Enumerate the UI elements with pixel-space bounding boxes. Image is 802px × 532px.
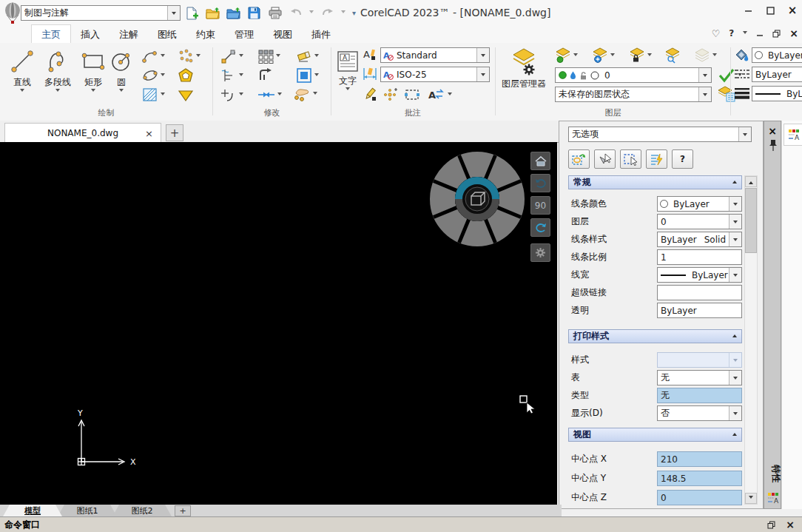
line-color-select[interactable]: ByLayer: [657, 196, 742, 212]
properties-palette-tab[interactable]: A: [784, 124, 802, 146]
arc-button[interactable]: [142, 49, 165, 64]
window-close-button[interactable]: ×: [787, 6, 798, 15]
hatch-button[interactable]: [142, 87, 165, 102]
collapse-print-style-icon[interactable]: [732, 332, 737, 337]
layer-isolate-button[interactable]: [664, 47, 681, 64]
line-style-select[interactable]: ByLayerSolid: [657, 232, 742, 247]
section-header-print-style[interactable]: 打印样式: [568, 329, 742, 343]
help-button[interactable]: ?: [729, 28, 734, 38]
wipeout-button[interactable]: [178, 89, 194, 102]
tab-insert[interactable]: 插入: [71, 25, 109, 45]
doc-minimize-button[interactable]: [756, 30, 764, 37]
tab-constraints[interactable]: 约束: [186, 25, 225, 45]
arc-dropdown-arrow[interactable]: [161, 54, 165, 59]
tab-addins[interactable]: 插件: [302, 25, 340, 45]
redo-button[interactable]: [320, 6, 334, 20]
layer-select[interactable]: 0: [657, 214, 742, 229]
redo-dropdown-arrow[interactable]: [341, 10, 346, 16]
stretch-dropdown-arrow[interactable]: [239, 54, 243, 59]
transparency-input[interactable]: ByLayer: [657, 303, 742, 318]
polygon-button[interactable]: [178, 68, 194, 83]
dimension-style-button[interactable]: [363, 67, 377, 81]
quick-select-button[interactable]: [646, 149, 667, 169]
annotation-frame-button[interactable]: [404, 87, 420, 102]
tab-sheet[interactable]: 图纸: [148, 25, 186, 45]
add-sheet-button[interactable]: +: [175, 505, 191, 516]
select-entities-button[interactable]: [568, 149, 590, 169]
tab-annotate[interactable]: 注解: [109, 25, 148, 45]
open-file-button[interactable]: [206, 6, 220, 20]
palette-pin-icon[interactable]: [769, 139, 778, 152]
text-style-select[interactable]: A Standard: [380, 47, 490, 63]
polyline-button[interactable]: 多段线: [40, 47, 75, 94]
point-dropdown-arrow[interactable]: [196, 54, 200, 59]
command-window-restore-button[interactable]: [767, 521, 775, 529]
command-window-close-button[interactable]: ×: [786, 519, 795, 531]
undo-button[interactable]: [289, 6, 303, 20]
circle-button[interactable]: 圆: [108, 47, 135, 94]
collapse-view-icon[interactable]: [732, 431, 737, 436]
selection-filter-select[interactable]: 无选项: [568, 127, 752, 142]
text-convert-dropdown-arrow[interactable]: [448, 92, 452, 98]
document-tab-close-icon[interactable]: ×: [145, 128, 153, 139]
wheel-settings-button[interactable]: [530, 243, 550, 262]
trim-dropdown-arrow[interactable]: [239, 73, 243, 78]
select-add-button[interactable]: [594, 149, 616, 169]
workspace-selector[interactable]: 制图与注解: [21, 5, 181, 21]
entity-linestyle-select[interactable]: ByLayer: [752, 67, 802, 82]
edit-grips-button[interactable]: [293, 86, 317, 102]
palette-close-button[interactable]: ×: [764, 125, 781, 137]
delete-button[interactable]: [296, 49, 319, 64]
line-button[interactable]: 直线: [6, 47, 38, 94]
layer-state-select[interactable]: 未保存的图层状态: [555, 87, 712, 102]
window-maximize-button[interactable]: [765, 6, 775, 15]
save-button[interactable]: [247, 6, 261, 20]
layer-freeze-button[interactable]: [592, 47, 615, 64]
sheet-tab-sheet1[interactable]: 图纸1: [58, 505, 117, 516]
line-weight-select[interactable]: ByLayer: [657, 267, 742, 283]
select-window-button[interactable]: [620, 149, 641, 169]
tab-home[interactable]: 主页: [31, 24, 71, 45]
trim-button[interactable]: [220, 68, 243, 83]
text-style-button[interactable]: A: [363, 47, 377, 62]
wheel-home-button[interactable]: [530, 152, 550, 170]
scroll-down-button[interactable]: [745, 493, 757, 504]
navigation-wheel[interactable]: [429, 151, 525, 247]
text-button[interactable]: A 文字: [334, 49, 361, 92]
layer-hide-button[interactable]: [555, 47, 578, 64]
wheel-angle-button[interactable]: 90: [530, 196, 550, 215]
smart-leader-button[interactable]: [363, 87, 377, 102]
stretch-button[interactable]: [220, 49, 243, 64]
sheet-tab-sheet2[interactable]: 图纸2: [112, 505, 172, 516]
doc-restore-button[interactable]: [772, 30, 781, 38]
center-y-input[interactable]: 148.5: [657, 471, 742, 486]
hyperlink-input[interactable]: [657, 285, 742, 300]
new-document-button[interactable]: [185, 6, 199, 20]
rectangle-button[interactable]: 矩形: [77, 47, 109, 94]
join-dropdown-arrow[interactable]: [277, 92, 282, 98]
entity-lineweight-select[interactable]: ByLayer: [752, 86, 802, 101]
layer-lock-button[interactable]: [629, 47, 652, 64]
ellipse-dropdown-arrow[interactable]: [161, 73, 165, 78]
wheel-rotate-ccw-button[interactable]: [530, 174, 550, 192]
layer-on-icon[interactable]: [559, 71, 567, 79]
section-header-view[interactable]: 视图: [568, 428, 742, 442]
print-button[interactable]: [268, 6, 282, 20]
drawing-canvas[interactable]: 90 .navbtn.n90{top:73px;} Y X: [0, 142, 557, 505]
join-button[interactable]: [257, 87, 282, 102]
entity-color-select[interactable]: ByLayer: [752, 47, 802, 63]
center-x-input[interactable]: 210: [657, 451, 742, 467]
undo-dropdown-arrow[interactable]: [309, 10, 314, 16]
sheet-tab-model[interactable]: 模型: [3, 505, 62, 516]
window-minimize-button[interactable]: [743, 6, 753, 15]
line-scale-input[interactable]: 1: [657, 249, 742, 265]
fillet-dropdown-arrow[interactable]: [239, 92, 243, 98]
help-dropdown-arrow[interactable]: [743, 31, 747, 36]
point-button[interactable]: [178, 49, 200, 64]
entity-frame-button[interactable]: [296, 68, 319, 83]
doc-close-button[interactable]: ×: [789, 27, 798, 39]
pattern-button[interactable]: [257, 49, 280, 64]
properties-scrollbar[interactable]: [744, 175, 758, 505]
hatch-dropdown-arrow[interactable]: [161, 92, 165, 98]
offset-button[interactable]: [257, 68, 274, 83]
